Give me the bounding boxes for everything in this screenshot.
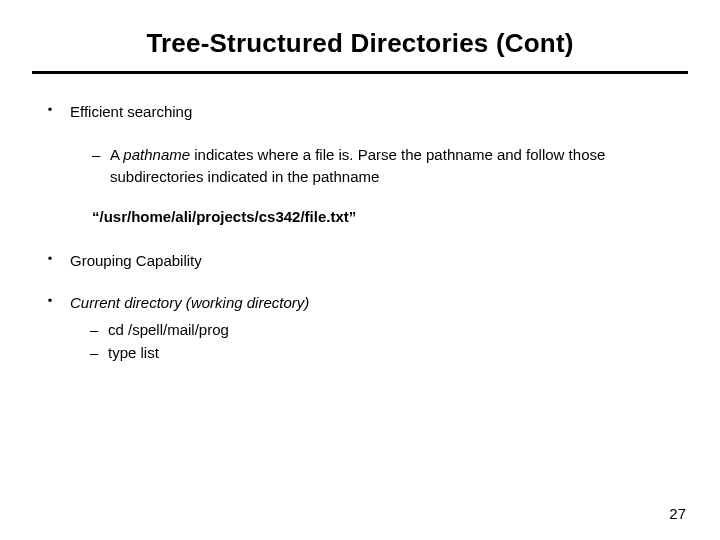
sub-dash: – [90,342,108,365]
slide: Tree-Structured Directories (Cont) • Eff… [0,0,720,540]
bullet-2: • Grouping Capability [42,251,680,271]
sub-dash: – [90,319,108,342]
bullet-3-sub1: – cd /spell/mail/prog [90,319,680,342]
bullet-3-sub1-text: cd /spell/mail/prog [108,319,229,342]
sub-dash: – [92,144,110,166]
bullet-dot: • [42,102,58,119]
page-number: 27 [669,505,686,522]
bullet-1-sub: – A pathname indicates where a file is. … [42,144,680,188]
path-example: “/usr/home/ali/projects/cs342/file.txt” [42,208,680,225]
pathname-word: pathname [123,146,190,163]
bullet-1: • Efficient searching [42,102,680,122]
sub-text-a: A [110,146,123,163]
bullet-3c: ) [304,294,309,311]
bullet-3: • Current directory (working directory) … [42,293,680,364]
bullet-dot: • [42,293,58,310]
bullet-1-sub-text: A pathname indicates where a file is. Pa… [110,144,680,188]
slide-title: Tree-Structured Directories (Cont) [40,28,680,59]
bullet-3a: Current directory ( [70,294,191,311]
bullet-1-text: Efficient searching [58,102,680,122]
title-wrap: Tree-Structured Directories (Cont) [0,0,720,59]
bullet-3b: working directory [191,294,304,311]
bullet-3-sub2: – type list [90,342,680,365]
slide-body: • Efficient searching – A pathname indic… [0,74,720,364]
bullet-3-text: Current directory (working directory) – … [58,293,680,364]
bullet-2-text: Grouping Capability [58,251,680,271]
bullet-dot: • [42,251,58,268]
bullet-3-nested: – cd /spell/mail/prog – type list [70,319,680,364]
bullet-3-sub2-text: type list [108,342,159,365]
bullet-1-sub-line: – A pathname indicates where a file is. … [92,144,680,188]
